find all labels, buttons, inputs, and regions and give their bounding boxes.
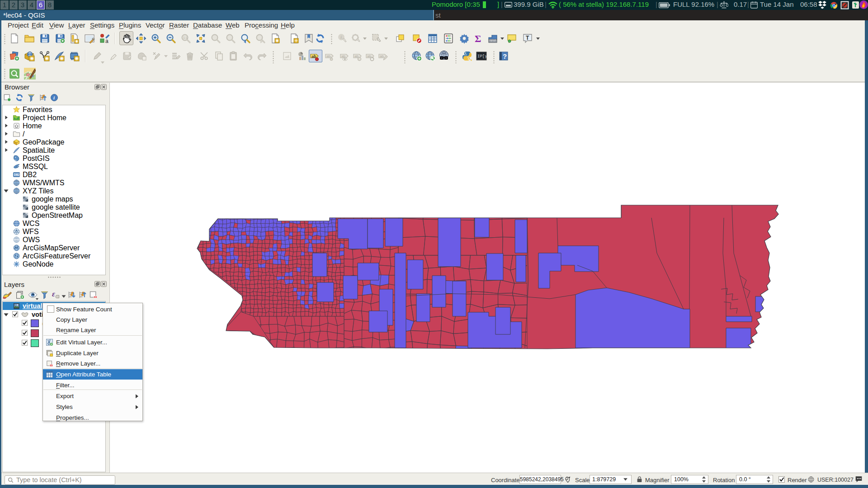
svg-text:Σ: Σ: [475, 33, 481, 44]
svg-text:IP[y]:: IP[y]:: [477, 54, 487, 59]
svg-text:ab: ab: [326, 54, 330, 58]
svg-text:i: i: [340, 34, 342, 40]
svg-text:ε: ε: [52, 290, 55, 298]
svg-text:1:1: 1:1: [183, 36, 188, 39]
svg-text:i: i: [53, 95, 55, 100]
svg-text:?: ?: [503, 52, 507, 60]
svg-text:DB2: DB2: [14, 173, 20, 176]
svg-text:T: T: [526, 35, 529, 41]
svg-text:ab: ab: [380, 54, 384, 58]
svg-text:a: a: [105, 38, 108, 44]
